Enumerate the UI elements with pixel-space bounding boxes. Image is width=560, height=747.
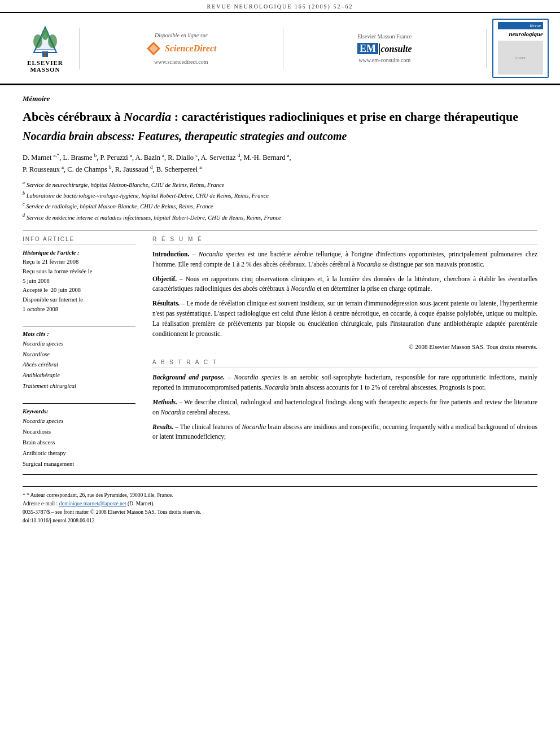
footnote-address: * Auteur correspondant, 26, rue des Pyra… — [27, 492, 173, 498]
masson-label: MASSON — [30, 66, 60, 73]
issn-line: 0035-3787/$ – see front matter © 2008 El… — [23, 508, 537, 517]
resume-copyright: © 2008 Elsevier Masson SAS. Tous droits … — [152, 343, 537, 350]
section-type: Mémoire — [23, 94, 537, 103]
sd-diamond-icon — [146, 41, 161, 56]
mots-cles-label: Mots clés : — [23, 331, 135, 337]
authors-line: D. Marnet a,*, L. Brasme b, P. Peruzzi a… — [23, 151, 537, 175]
abstract-title: A B S T R A C T — [152, 359, 537, 368]
abstract-methods: Methods. – We describe clinical, radiolo… — [152, 397, 537, 418]
emconsulte-box: Elsevier Masson France EM|consulte www.e… — [283, 29, 487, 68]
doi-line: doi:10.1016/j.neurol.2008.06.012 — [23, 517, 537, 525]
svg-point-3 — [33, 34, 42, 48]
title-french: Abcès cérébraux à Nocardia : caractérist… — [23, 109, 537, 125]
revue-top-label: Revue — [498, 22, 543, 29]
revue-neurologique-box: Revue neurologique cover — [492, 19, 549, 78]
journal-top-bar: Revue Neurologique 165 (2009) 52–62 — [0, 0, 560, 13]
sd-available-text: Disponible en ligne sur — [91, 32, 272, 38]
elsevier-masson-logo: ELSEVIER MASSON — [11, 24, 79, 73]
publisher-header: ELSEVIER MASSON Disponible en ligne sur … — [0, 13, 560, 85]
em-consulte-logo: EM|consulte — [295, 42, 475, 55]
em-label-text: Elsevier Masson France — [295, 33, 475, 40]
abstract-section: A B S T R A C T Background and purpose. … — [152, 359, 537, 442]
revue-middle-label: neurologique — [498, 29, 543, 38]
svg-point-4 — [48, 34, 57, 48]
elsevier-label: ELSEVIER — [27, 59, 63, 66]
email-label: Adresse e-mail : — [23, 501, 58, 506]
sciencedirect-box: Disponible en ligne sur ScienceDirect ww… — [79, 28, 283, 69]
sd-name-text: ScienceDirect — [165, 43, 217, 54]
title-english: Nocardia brain abscess: Features, therap… — [23, 129, 537, 143]
svg-rect-6 — [44, 51, 46, 57]
article-dates: Reçu le 21 février 2008 Reçu sous la for… — [23, 257, 135, 314]
two-column-layout: Info Article Historique de l'article : R… — [23, 236, 537, 470]
resume-intro: Introduction. – Nocardia species est une… — [152, 250, 537, 270]
resume-title: R É S U M É — [152, 236, 537, 245]
info-article-title: Info Article — [23, 236, 135, 245]
sd-url-text: www.sciencedirect.com — [91, 59, 272, 65]
affiliations-block: a Service de neurochirurgie, hôpital Mai… — [23, 180, 537, 222]
sciencedirect-logo: ScienceDirect — [91, 41, 272, 56]
keywords-en-list: Nocardia species Nocardiosis Brain absce… — [23, 416, 135, 469]
revue-cover-image: cover — [498, 41, 543, 75]
main-divider — [23, 230, 537, 230]
keywords-divider — [23, 326, 135, 326]
page-footer: * * Auteur correspondant, 26, rue des Py… — [23, 486, 537, 526]
keywords-en-label: Keywords: — [23, 408, 135, 414]
footer-divider — [23, 474, 537, 475]
abstract-results: Results. – The clinical features of Noca… — [152, 422, 537, 443]
keywords-en-divider — [23, 403, 135, 404]
author-email[interactable]: dominique.marnet@laposte.net — [59, 501, 126, 506]
svg-point-5 — [42, 29, 49, 40]
resume-resultats: Résultats. – Le mode de révélation clini… — [152, 299, 537, 339]
right-column: R É S U M É Introduction. – Nocardia spe… — [152, 236, 537, 470]
elsevier-tree-icon — [25, 24, 65, 58]
mots-cles-list: Nocardia species Nocardiose Abcès cérébr… — [23, 339, 135, 392]
historique-label: Historique de l'article : — [23, 250, 135, 256]
main-content: Mémoire Abcès cérébraux à Nocardia : car… — [0, 85, 560, 536]
em-url-text: www.em-consulte.com — [295, 57, 475, 63]
resume-objectif: Objectif. – Nous en rapportons cinq obse… — [152, 274, 537, 295]
email-name: (D. Marnet). — [128, 501, 155, 506]
abstract-background: Background and purpose. – Nocardia speci… — [152, 373, 537, 393]
em-text: EM — [357, 43, 378, 54]
left-column: Info Article Historique de l'article : R… — [23, 236, 135, 470]
